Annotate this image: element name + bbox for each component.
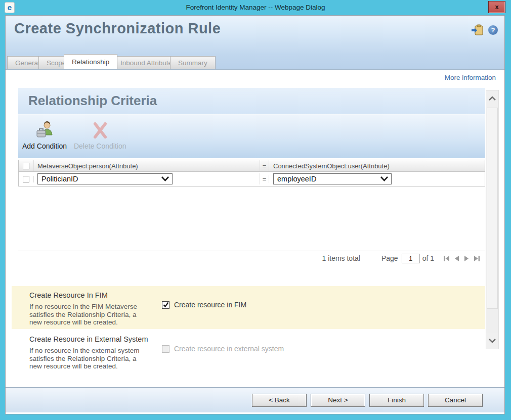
last-page-icon[interactable]	[474, 255, 480, 262]
dialog-header: Create Synchronization Rule ?	[6, 16, 504, 55]
row-checkbox[interactable]	[23, 176, 29, 182]
condition-table-header: MetaverseObject:person(Attribute) = Conn…	[18, 160, 485, 171]
previous-page-icon[interactable]	[453, 255, 460, 262]
page-label: Page	[381, 254, 398, 262]
more-information-link[interactable]: More information	[445, 74, 496, 81]
delete-condition-x-icon	[90, 120, 111, 141]
create-resource-in-fim-label[interactable]: Create resource in FIM	[174, 301, 246, 309]
select-all-checkbox[interactable]	[23, 163, 29, 169]
checkmark-icon	[163, 302, 169, 308]
page-title: Create Synchronization Rule	[14, 20, 221, 37]
webpage-dialog-window: e Forefront Identity Manager -- Webpage …	[0, 0, 511, 420]
header-metaverse-attribute: MetaverseObject:person(Attribute)	[34, 160, 260, 171]
tab-strip: General Scope Relationship Inbound Attri…	[6, 55, 504, 70]
tab-summary[interactable]: Summary	[170, 56, 216, 69]
list-empty-space	[18, 186, 485, 251]
scroll-up-icon[interactable]	[486, 90, 498, 107]
header-connected-attribute: ConnectedSystemObject:user(Attribute)	[269, 160, 485, 171]
add-condition-button[interactable]: Add Condition	[22, 120, 67, 150]
finish-button[interactable]: Finish	[369, 394, 424, 407]
condition-row: PoliticianID = employeeID	[18, 171, 485, 186]
external-section-description: If no resource in the external system sa…	[29, 347, 150, 370]
scrollbar-thumb[interactable]	[487, 108, 498, 309]
create-resource-external-section: Create Resource in External System If no…	[12, 330, 485, 373]
connected-attribute-dropdown[interactable]: employeeID	[273, 173, 392, 184]
add-condition-label: Add Condition	[22, 142, 67, 150]
title-bar: e Forefront Identity Manager -- Webpage …	[0, 0, 511, 15]
metaverse-attribute-dropdown[interactable]: PoliticianID	[37, 173, 173, 184]
next-button[interactable]: Next >	[311, 394, 365, 407]
close-button[interactable]: x	[488, 1, 505, 13]
tab-relationship[interactable]: Relationship	[64, 54, 117, 69]
items-total-text: 1 items total	[322, 254, 360, 262]
external-section-title: Create Resource in External System	[12, 330, 485, 343]
chevron-down-icon	[380, 176, 388, 181]
create-resource-external-label: Create resource in external system	[174, 345, 284, 353]
close-icon: x	[495, 3, 498, 11]
window-title: Forefront Identity Manager -- Webpage Di…	[0, 4, 511, 11]
back-button[interactable]: < Back	[252, 394, 307, 407]
section-title: Relationship Criteria	[18, 88, 485, 109]
first-page-icon[interactable]	[443, 255, 450, 262]
header-operator: =	[260, 160, 269, 171]
cancel-button[interactable]: Cancel	[428, 394, 483, 407]
scroll-down-icon[interactable]	[486, 333, 498, 349]
chevron-down-icon	[161, 176, 169, 181]
metaverse-attribute-value: PoliticianID	[41, 175, 78, 183]
add-condition-person-icon	[34, 120, 55, 141]
create-resource-in-fim-section: Create Resource In FIM If no resource in…	[12, 286, 485, 329]
fim-section-description: If no resource in the FIM Metaverse sati…	[29, 303, 150, 326]
connected-attribute-value: employeeID	[277, 175, 316, 183]
relationship-criteria-header: Relationship Criteria	[18, 88, 485, 115]
create-resource-external-checkbox	[162, 345, 169, 353]
page-number-input[interactable]	[402, 254, 420, 263]
delete-condition-label: Delete Condition	[74, 142, 126, 150]
page-of-label: of 1	[422, 254, 434, 262]
delete-condition-button: Delete Condition	[74, 120, 126, 150]
vertical-scrollbar[interactable]	[486, 90, 499, 349]
export-clipboard-icon[interactable]	[472, 24, 484, 35]
pagination-bar: 1 items total Page of 1	[18, 251, 485, 265]
tab-content: More information Relationship Criteria	[6, 70, 504, 414]
help-icon[interactable]: ?	[488, 25, 498, 35]
create-resource-in-fim-checkbox[interactable]	[162, 301, 169, 309]
footer-bar: < Back Next > Finish Cancel	[6, 387, 504, 412]
dialog-body: Create Synchronization Rule ? General Sc…	[5, 15, 505, 414]
next-page-icon[interactable]	[463, 255, 470, 262]
relationship-criteria-panel: Relationship Criteria	[18, 88, 485, 265]
criteria-toolbar: Add Condition Delete Condition	[18, 115, 485, 158]
fim-section-title: Create Resource In FIM	[12, 286, 485, 299]
row-operator: =	[260, 175, 269, 183]
